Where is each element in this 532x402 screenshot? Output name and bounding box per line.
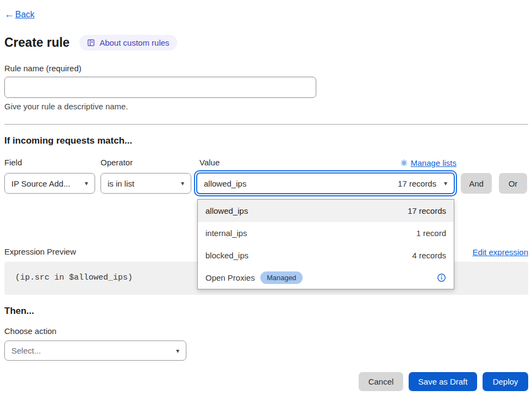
chevron-down-icon: ▾	[181, 180, 184, 187]
rule-name-label: Rule name (required)	[4, 64, 82, 73]
rule-name-helper: Give your rule a descriptive name.	[4, 102, 128, 111]
option-name: Open Proxies	[205, 273, 255, 282]
field-label: Field	[4, 158, 22, 167]
rule-name-input[interactable]	[4, 77, 316, 98]
list-option-blocked-ips[interactable]: blocked_ips 4 records	[198, 244, 454, 267]
manage-lists-label: Manage lists	[411, 158, 456, 168]
list-option-allowed-ips[interactable]: allowed_ips 17 records	[198, 200, 454, 222]
expression-preview-label: Expression Preview	[4, 247, 76, 256]
gear-icon	[400, 159, 408, 166]
choose-action-label: Choose action	[4, 326, 57, 336]
option-name: blocked_ips	[205, 251, 248, 260]
title-row: Create rule About custom rules	[4, 35, 177, 51]
option-record-count: 17 records	[408, 206, 446, 215]
cancel-button[interactable]: Cancel	[359, 372, 403, 391]
or-button[interactable]: Or	[499, 173, 527, 194]
managed-badge: Managed	[260, 271, 303, 284]
arrow-left-icon: ←	[4, 9, 14, 20]
field-select[interactable]: IP Source Add... ▾	[4, 173, 95, 194]
match-section-heading: If incoming requests match...	[4, 135, 132, 146]
edit-expression-label: Edit expression	[472, 248, 528, 257]
operator-select-value: is in list	[108, 179, 134, 188]
option-record-count: 1 record	[416, 228, 446, 238]
manage-lists-link[interactable]: Manage lists	[400, 158, 456, 168]
back-link[interactable]: ← Back	[4, 9, 35, 20]
operator-label: Operator	[101, 158, 133, 167]
option-record-count: 4 records	[412, 251, 446, 260]
list-option-open-proxies[interactable]: Open Proxies Managed	[198, 267, 454, 289]
section-divider	[4, 124, 528, 125]
book-icon	[87, 39, 95, 47]
action-select-placeholder: Select...	[11, 346, 41, 355]
about-custom-rules-link[interactable]: About custom rules	[79, 35, 177, 51]
option-name: allowed_ips	[205, 206, 248, 215]
chevron-down-icon: ▾	[85, 180, 88, 187]
back-label: Back	[15, 10, 35, 20]
chevron-down-icon: ▾	[444, 180, 447, 187]
value-select-value: allowed_ips	[204, 179, 246, 188]
field-select-value: IP Source Add...	[11, 179, 70, 188]
value-label: Value	[199, 158, 220, 167]
about-badge-label: About custom rules	[99, 38, 169, 47]
option-name: internal_ips	[205, 228, 247, 238]
info-icon[interactable]	[437, 273, 446, 282]
value-select-focus-ring: allowed_ips 17 records ▾	[194, 170, 457, 196]
page-title: Create rule	[4, 35, 70, 50]
value-select-meta: 17 records	[398, 179, 436, 188]
chevron-down-icon: ▾	[176, 348, 179, 354]
action-select[interactable]: Select... ▾	[4, 341, 186, 361]
value-dropdown-listbox: allowed_ips 17 records internal_ips 1 re…	[197, 199, 454, 289]
save-as-draft-button[interactable]: Save as Draft	[409, 372, 477, 391]
value-select[interactable]: allowed_ips 17 records ▾	[196, 172, 455, 194]
create-rule-page: ← Back Create rule About custom rules Ru…	[0, 0, 532, 402]
edit-expression-link[interactable]: Edit expression	[472, 248, 528, 257]
then-section-heading: Then...	[4, 306, 34, 317]
deploy-button[interactable]: Deploy	[483, 372, 528, 391]
expression-code: (ip.src in $allowed_ips)	[15, 273, 133, 282]
operator-select[interactable]: is in list ▾	[101, 173, 191, 194]
and-button[interactable]: And	[461, 173, 492, 194]
list-option-internal-ips[interactable]: internal_ips 1 record	[198, 222, 454, 244]
